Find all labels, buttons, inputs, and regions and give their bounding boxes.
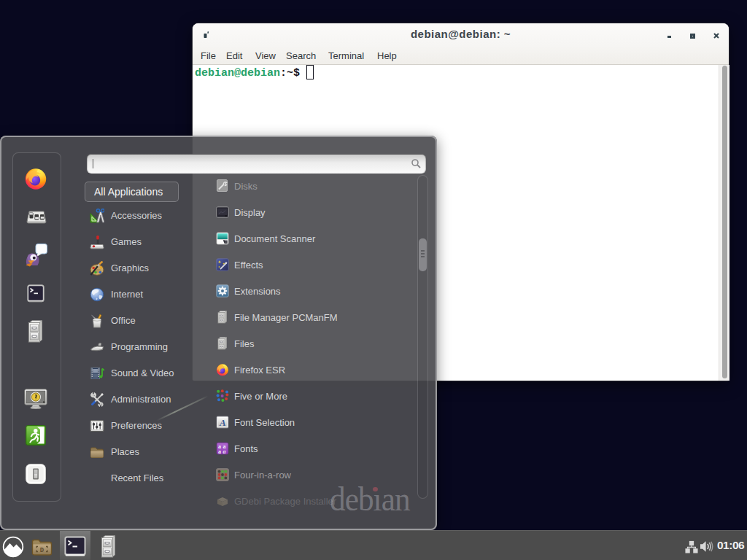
svg-text:A: A xyxy=(219,416,226,427)
svg-text:a: a xyxy=(223,448,226,454)
svg-text:a: a xyxy=(218,448,221,454)
svg-text:D: D xyxy=(40,547,44,554)
